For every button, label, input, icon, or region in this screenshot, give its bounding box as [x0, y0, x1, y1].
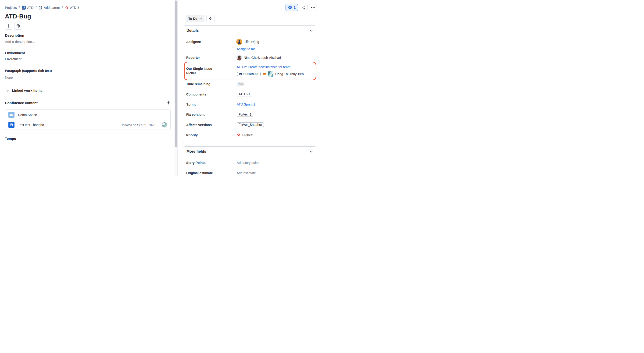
breadcrumb-project-label: ATD — [27, 6, 34, 9]
original-estimate-placeholder[interactable]: Add estimate — [237, 171, 256, 175]
environment-label: Environment — [5, 51, 25, 55]
affects-versions-label: Affects versions — [186, 123, 212, 127]
status-row: To Do — [186, 15, 214, 22]
watchers-count: 1 — [294, 5, 296, 9]
environment-value[interactable]: Enviroment — [5, 57, 22, 61]
scrollbar-track[interactable] — [174, 0, 178, 176]
project-avatar-icon — [22, 5, 26, 9]
confluence-card: Demo Space Test test - hohoho Updated on… — [5, 109, 170, 130]
status-dropdown[interactable]: To Do — [186, 15, 204, 22]
linked-work-items-toggle[interactable]: Linked work items — [6, 88, 42, 92]
confluence-item-title: Test test - hohoho — [18, 123, 117, 127]
more-fields-title: More fields — [186, 149, 206, 154]
affects-versions-tag[interactable]: FixVer_Snaphot — [237, 122, 264, 127]
plus-icon — [6, 24, 11, 28]
add-confluence-icon[interactable] — [166, 101, 170, 105]
apps-button[interactable] — [14, 22, 22, 30]
story-points-placeholder[interactable]: Add story points — [237, 161, 260, 165]
components-label: Components — [186, 92, 206, 96]
status-label: To Do — [188, 17, 198, 20]
breadcrumb-separator: / — [19, 6, 20, 9]
issue-picker-label: Our Single Issue Picker — [186, 66, 221, 75]
breadcrumb-project[interactable]: ATD — [22, 5, 34, 9]
share-icon — [302, 5, 306, 9]
time-remaining-label: Time remaining — [186, 82, 210, 86]
watch-button[interactable]: 1 — [286, 4, 298, 11]
details-panel-header[interactable]: Details — [186, 28, 313, 33]
breadcrumb: Projects / ATD / Add parent / — [5, 5, 79, 9]
issue-picker-meta-row: IN PROGRESS Dang Thi Thuy Tien — [237, 71, 304, 77]
title-action-bar — [5, 22, 22, 30]
issue-picker-link[interactable]: ATD-2: Create new instance for team — [237, 65, 290, 69]
assignee-label: Assignee — [186, 40, 201, 44]
confluence-item-updated: Updated on Sep 21, 2023 — [120, 123, 155, 127]
bug-icon — [65, 6, 69, 9]
breadcrumb-issue-key-label: ATD-3 — [70, 6, 79, 9]
paragraph-field-label: Paragraph (supports rich text) — [5, 69, 52, 73]
scrollbar-thumb[interactable] — [175, 0, 177, 147]
space-cloud-icon — [8, 112, 14, 118]
priority-value[interactable]: Highest — [242, 133, 253, 137]
details-title: Details — [186, 28, 198, 33]
eye-icon — [288, 6, 292, 9]
add-button[interactable] — [5, 22, 12, 30]
components-tag[interactable]: ATD_v1 — [237, 92, 252, 96]
linked-work-items-label: Linked work items — [12, 88, 42, 92]
breadcrumb-separator: / — [36, 6, 36, 9]
issue-picker-user-avatar — [268, 71, 274, 77]
description-heading: Description — [5, 33, 24, 37]
sprint-link[interactable]: ATD Sprint 1 — [237, 102, 255, 106]
ellipsis-icon — [311, 7, 315, 8]
assign-to-me-link[interactable]: Assign to me — [237, 47, 256, 51]
confluence-item-avatar — [162, 122, 167, 127]
priority-highest-icon — [237, 133, 240, 137]
edit-icon — [38, 6, 42, 9]
reporter-avatar — [236, 55, 242, 60]
fix-versions-label: Fix versions — [186, 113, 206, 116]
description-placeholder[interactable]: Add a description... — [5, 40, 35, 44]
priority-medium-icon — [263, 73, 266, 75]
page-title: ATD-Bug — [5, 13, 31, 20]
jira-issue-view: Projects / ATD / Add parent / — [0, 0, 322, 176]
paragraph-field-value[interactable]: None — [5, 76, 12, 79]
hex-nut-icon — [16, 24, 20, 28]
breadcrumb-add-parent[interactable]: Add parent — [38, 6, 60, 9]
tempo-heading: Tempo — [5, 137, 16, 141]
more-actions-button[interactable] — [309, 4, 317, 11]
confluence-item-page[interactable]: Test test - hohoho Updated on Sep 21, 20… — [5, 120, 170, 130]
fix-versions-tag[interactable]: FixVer_1 — [237, 112, 253, 117]
automation-button[interactable] — [206, 15, 214, 22]
more-fields-header[interactable]: More fields — [186, 149, 313, 154]
confluence-content-label: Confluence content — [5, 101, 38, 105]
issue-picker-status-lozenge: IN PROGRESS — [237, 72, 261, 76]
confluence-item-space[interactable]: Demo Space — [5, 110, 170, 120]
issue-action-bar: 1 — [286, 4, 317, 11]
assignee-name[interactable]: Tiên Đặng — [244, 40, 259, 44]
confluence-item-title: Demo Space — [18, 113, 167, 117]
chevron-right-icon — [6, 89, 9, 92]
original-estimate-label: Original estimate — [186, 171, 213, 175]
priority-label: Priority — [186, 133, 198, 137]
sprint-label: Sprint — [186, 102, 196, 106]
breadcrumb-add-parent-label: Add parent — [44, 6, 60, 9]
breadcrumb-issue-key[interactable]: ATD-3 — [65, 6, 79, 9]
time-remaining-value: 0m — [238, 82, 244, 86]
reporter-label: Reporter — [186, 56, 200, 59]
page-doc-icon — [8, 122, 14, 128]
reporter-name[interactable]: Nina Gholizadeh-Afschari — [244, 56, 281, 59]
assignee-avatar — [236, 39, 242, 45]
chevron-down-icon — [199, 18, 202, 19]
chevron-down-icon — [310, 151, 313, 153]
story-points-label: Story Points — [186, 161, 206, 165]
confluence-content-header: Confluence content — [5, 101, 170, 105]
chevron-down-icon — [310, 30, 313, 32]
lightning-icon — [209, 16, 212, 20]
issue-picker-user-name: Dang Thi Thuy Tien — [275, 72, 304, 76]
breadcrumb-projects[interactable]: Projects — [5, 6, 17, 9]
breadcrumb-separator: / — [62, 6, 63, 9]
share-button[interactable] — [300, 4, 308, 11]
